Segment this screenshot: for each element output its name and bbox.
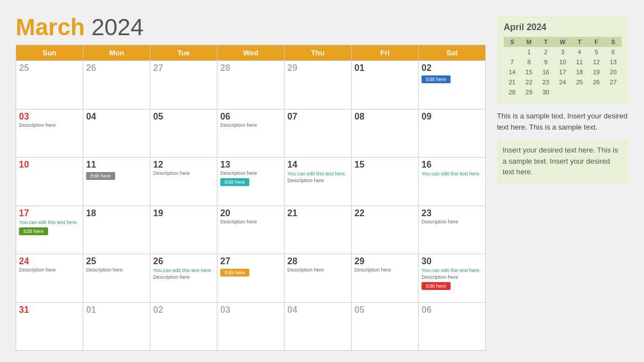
day-number: 13: [220, 160, 281, 170]
day-number: 02: [422, 63, 482, 73]
cal-cell-2-1: 11Edit here: [83, 158, 150, 206]
mini-cal-title: April 2024: [504, 22, 622, 32]
day-number: 03: [220, 305, 281, 315]
mini-cal-day: [554, 87, 571, 97]
mini-cal-day: 6: [605, 47, 622, 57]
mini-cal-day: 18: [571, 67, 588, 77]
cal-cell-4-5: 29Description here: [352, 254, 419, 303]
edit-button[interactable]: Edit here: [422, 75, 451, 83]
day-number: 20: [220, 208, 281, 218]
day-number: 28: [220, 63, 281, 73]
cal-cell-1-4: 07: [285, 109, 352, 158]
edit-button[interactable]: Edit here: [220, 269, 249, 277]
mini-cal-day: 30: [537, 87, 554, 97]
day-description: Description here: [86, 267, 147, 273]
cal-cell-5-3: 03: [217, 302, 285, 351]
day-number: 02: [153, 305, 214, 315]
day-number: 17: [19, 208, 80, 218]
cal-cell-2-6: 16You can edit this text here.: [419, 158, 486, 206]
mini-col-header: S: [605, 37, 622, 47]
cal-cell-1-6: 09: [419, 109, 486, 158]
day-number: 08: [354, 112, 415, 122]
mini-cal-day: 7: [504, 57, 520, 67]
mini-cal-day: 14: [504, 67, 520, 77]
mini-cal-day: 5: [588, 47, 605, 57]
day-number: 29: [354, 256, 415, 266]
month-title: March 2024: [16, 16, 486, 39]
day-description: Description here: [153, 274, 214, 280]
cal-cell-1-2: 05: [150, 109, 217, 158]
cal-cell-5-5: 05: [352, 302, 419, 351]
cal-cell-4-0: 24Description here: [16, 254, 83, 303]
day-number: 14: [287, 160, 348, 170]
cal-cell-0-4: 29: [285, 61, 352, 109]
day-number: 27: [220, 256, 281, 266]
sidebar: April 2024 SMTWTFS 123456789101112131415…: [497, 16, 628, 351]
cal-cell-5-4: 04: [285, 302, 352, 351]
day-number: 25: [86, 256, 147, 266]
mini-col-header: T: [537, 37, 554, 47]
edit-button[interactable]: Edit here: [220, 178, 249, 186]
cal-cell-1-0: 03Description here: [16, 109, 83, 158]
col-header-thu: Thu: [285, 45, 352, 61]
day-description: Description here: [220, 219, 281, 225]
day-number: 04: [86, 112, 147, 122]
cal-cell-3-3: 20Description here: [217, 206, 285, 254]
day-number: 06: [422, 305, 482, 315]
col-header-sun: Sun: [16, 45, 83, 61]
mini-cal-day: 13: [605, 57, 622, 67]
edit-button[interactable]: Edit here: [19, 227, 48, 235]
edit-button[interactable]: Edit here: [422, 282, 451, 290]
mini-cal-day: 2: [537, 47, 554, 57]
day-number: 03: [19, 112, 80, 122]
mini-cal-day: 12: [588, 57, 605, 67]
day-number: 06: [220, 112, 281, 122]
can-edit-text: You can edit this text here.: [422, 268, 482, 274]
cal-cell-2-3: 13Description hereEdit here: [217, 158, 285, 206]
cal-cell-2-2: 12Description here: [150, 158, 217, 206]
cal-cell-3-4: 21: [285, 206, 352, 254]
mini-col-header: W: [554, 37, 571, 47]
day-description: Description here: [354, 267, 415, 273]
day-number: 31: [19, 305, 80, 315]
cal-cell-3-5: 22: [352, 206, 419, 254]
cal-cell-5-2: 02: [150, 302, 217, 351]
mini-cal-day: 23: [537, 77, 554, 87]
mini-cal-day: 20: [605, 67, 622, 77]
mini-cal-day: 19: [588, 67, 605, 77]
day-number: 26: [86, 63, 147, 73]
col-header-sat: Sat: [419, 45, 486, 61]
cal-cell-1-5: 08: [352, 109, 419, 158]
mini-cal-day: 11: [571, 57, 588, 67]
mini-cal-day: 4: [571, 47, 588, 57]
cal-cell-3-0: 17You can edit this text here.Edit here: [16, 206, 83, 254]
edit-button[interactable]: Edit here: [86, 172, 115, 180]
main-calendar: March 2024 SunMonTueWedThuFriSat 2526272…: [16, 16, 486, 351]
top-section: March 2024 SunMonTueWedThuFriSat 2526272…: [16, 16, 628, 351]
cal-cell-4-1: 25Description here: [83, 254, 150, 303]
cal-cell-0-6: 02Edit here: [419, 61, 486, 109]
mini-cal-day: [504, 47, 520, 57]
mini-col-header: F: [588, 37, 605, 47]
day-description: Description here: [287, 178, 348, 183]
mini-cal-day: [605, 87, 622, 97]
slide: March 2024 SunMonTueWedThuFriSat 2526272…: [0, 0, 644, 362]
mini-cal-day: 28: [504, 87, 520, 97]
can-edit-text: You can edit this text here.: [422, 171, 482, 177]
sidebar-text-1: This is a sample text. Insert your desir…: [497, 111, 628, 132]
cal-cell-0-2: 27: [150, 61, 217, 109]
mini-cal-container: April 2024 SMTWTFS 123456789101112131415…: [497, 16, 628, 104]
day-number: 01: [354, 63, 415, 73]
day-number: 23: [422, 208, 482, 218]
cal-cell-3-2: 19: [150, 206, 217, 254]
mini-cal-day: 15: [520, 67, 537, 77]
day-description: Description here: [19, 122, 80, 128]
cal-cell-0-5: 01: [352, 61, 419, 109]
mini-cal-day: 24: [554, 77, 571, 87]
mini-cal-day: 16: [537, 67, 554, 77]
day-number: 22: [354, 208, 415, 218]
day-number: 01: [86, 305, 147, 315]
mini-cal-day: 9: [537, 57, 554, 67]
mini-cal-day: 17: [554, 67, 571, 77]
cal-cell-2-5: 15: [352, 158, 419, 206]
